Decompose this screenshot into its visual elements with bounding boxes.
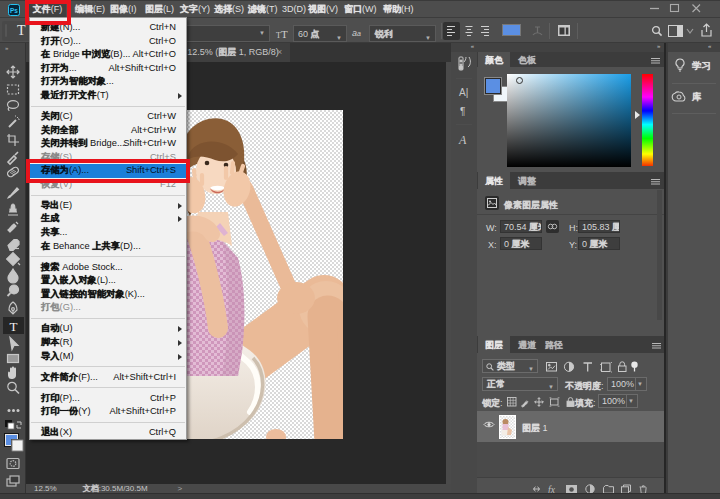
svg-text:»: »: [5, 45, 9, 51]
svg-text:A|: A|: [459, 87, 468, 98]
svg-text:T: T: [10, 319, 18, 334]
svg-text:Ps: Ps: [10, 7, 18, 14]
svg-text:¶: ¶: [460, 106, 465, 117]
svg-text:A: A: [458, 133, 467, 147]
